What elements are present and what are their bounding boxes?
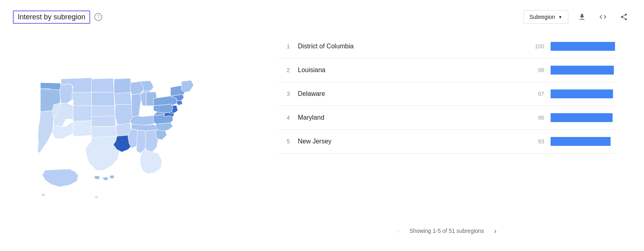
- score-value: 100: [532, 43, 544, 50]
- share-button[interactable]: [617, 10, 631, 24]
- dropdown-label: Subregion: [529, 14, 555, 20]
- content-row: AK HI 1 District of Columbia 100 2 Louis…: [13, 31, 631, 241]
- table-row: 5 New Jersey 93: [279, 130, 615, 154]
- data-section: 1 District of Columbia 100 2 Louisiana 9…: [262, 31, 631, 241]
- share-icon: [620, 13, 628, 21]
- table-row: 1 District of Columbia 100: [279, 35, 615, 58]
- table-row: 3 Delaware 97: [279, 82, 615, 106]
- us-map: AK HI: [21, 60, 254, 213]
- pagination-row: ‹ Showing 1-5 of 51 subregions ›: [279, 219, 615, 237]
- page-container: Interest by subregion ? Subregion ▼: [0, 0, 644, 251]
- bar-container: [551, 42, 615, 51]
- bar-container: [551, 89, 615, 98]
- download-button[interactable]: [575, 10, 589, 24]
- rank-number: 5: [279, 138, 290, 145]
- data-list: 1 District of Columbia 100 2 Louisiana 9…: [279, 35, 615, 219]
- region-name: Louisiana: [298, 66, 532, 74]
- score-value: 96: [532, 114, 544, 121]
- interest-bar: [551, 89, 613, 98]
- rank-number: 3: [279, 91, 290, 97]
- score-value: 93: [532, 138, 544, 145]
- region-name: Delaware: [298, 90, 532, 97]
- download-icon: [578, 13, 586, 21]
- region-name: Maryland: [298, 114, 532, 121]
- svg-text:AK: AK: [41, 193, 45, 196]
- interest-bar: [551, 113, 613, 122]
- header-row: Interest by subregion ? Subregion ▼: [13, 10, 631, 24]
- rank-number: 4: [279, 114, 290, 121]
- bar-container: [551, 66, 615, 75]
- toolbar-right: Subregion ▼: [523, 10, 631, 24]
- subregion-dropdown[interactable]: Subregion ▼: [523, 10, 568, 24]
- help-icon[interactable]: ?: [94, 13, 102, 21]
- bar-container: [551, 137, 615, 146]
- pagination-text: Showing 1-5 of 51 subregions: [409, 228, 484, 234]
- interest-bar: [551, 137, 611, 146]
- embed-button[interactable]: [596, 10, 610, 24]
- rank-number: 1: [279, 43, 290, 50]
- table-row: 4 Maryland 96: [279, 106, 615, 130]
- svg-text:HI: HI: [95, 196, 98, 199]
- map-section: AK HI: [13, 31, 262, 241]
- bar-container: [551, 113, 615, 122]
- section-title: Interest by subregion: [13, 10, 90, 24]
- score-value: 98: [532, 67, 544, 73]
- code-icon: [599, 13, 607, 21]
- chevron-left-icon: ‹: [397, 227, 399, 235]
- interest-bar: [551, 42, 615, 51]
- score-value: 97: [532, 91, 544, 97]
- rank-number: 2: [279, 67, 290, 73]
- interest-bar: [551, 66, 614, 75]
- region-name: New Jersey: [298, 138, 532, 145]
- next-page-button[interactable]: ›: [489, 224, 502, 237]
- table-row: 2 Louisiana 98: [279, 58, 615, 82]
- title-area: Interest by subregion ?: [13, 10, 102, 24]
- chevron-down-icon: ▼: [558, 15, 562, 19]
- chevron-right-icon: ›: [494, 227, 497, 235]
- prev-page-button[interactable]: ‹: [392, 224, 405, 237]
- region-name: District of Columbia: [298, 43, 532, 50]
